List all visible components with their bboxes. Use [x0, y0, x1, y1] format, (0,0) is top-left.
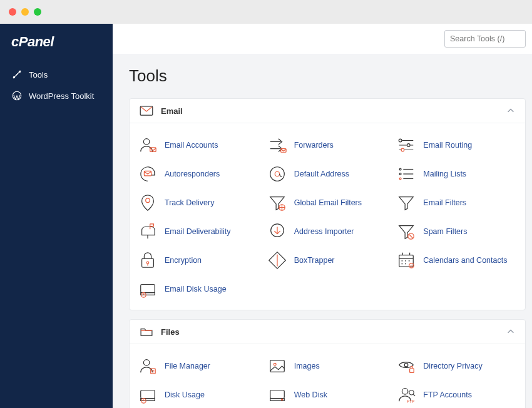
- tool-label: BoxTrapper: [294, 256, 335, 265]
- tool-email-filters[interactable]: Email Filters: [392, 188, 521, 217]
- tool-email-disk-usage[interactable]: Email Disk Usage: [133, 275, 263, 303]
- tool-label: Mailing Lists: [423, 170, 466, 178]
- tool-boxtrapper[interactable]: BoxTrapper: [263, 246, 392, 275]
- list-icon: [397, 165, 416, 183]
- tool-label: Email Filters: [423, 198, 466, 207]
- panel-files: Files: [129, 319, 526, 408]
- tool-email-deliverability[interactable]: Email Deliverability: [133, 217, 263, 246]
- at-sign-icon: [268, 165, 287, 183]
- panel-email: Email: [129, 98, 526, 310]
- tool-label: Email Deliverability: [165, 227, 231, 236]
- tool-label: Images: [294, 362, 320, 370]
- tool-directory-privacy[interactable]: Directory Privacy: [392, 352, 521, 380]
- minimize-icon[interactable]: [21, 8, 29, 16]
- svg-rect-10: [144, 171, 151, 176]
- tool-label: Email Disk Usage: [165, 285, 227, 293]
- close-icon[interactable]: [9, 8, 16, 16]
- svg-text:@: @: [410, 265, 413, 268]
- eye-lock-icon: [397, 357, 416, 375]
- lock-icon: [138, 251, 157, 270]
- tool-track-delivery[interactable]: Track Delivery: [133, 188, 263, 217]
- tool-web-disk[interactable]: Web Disk: [263, 380, 392, 408]
- sidebar-item-label: Tools: [29, 70, 48, 79]
- panel-title: Files: [161, 327, 499, 337]
- svg-rect-20: [142, 258, 154, 267]
- funnel-block-icon: [397, 222, 416, 241]
- tool-images[interactable]: Images: [263, 352, 392, 380]
- panel-header-files[interactable]: Files: [130, 320, 525, 344]
- tool-email-accounts[interactable]: Email Accounts: [133, 131, 263, 160]
- panel-body-email: Email Accounts Forwarders: [130, 123, 525, 310]
- panel-header-email[interactable]: Email: [130, 99, 525, 123]
- funnel-globe-icon: [268, 193, 287, 212]
- drive-icon: [268, 385, 287, 404]
- image-icon: [268, 357, 287, 375]
- tool-label: Global Email Filters: [294, 198, 362, 207]
- svg-point-7: [399, 139, 402, 142]
- tool-label: Directory Privacy: [423, 362, 482, 370]
- tool-mailing-lists[interactable]: Mailing Lists: [392, 160, 521, 188]
- envelope-icon: [140, 105, 153, 116]
- panel-body-files: File Manager Images: [130, 344, 525, 408]
- tool-label: Forwarders: [294, 141, 334, 150]
- sidebar-item-wordpress[interactable]: WordPress Toolkit: [0, 85, 113, 106]
- main: Tools Email: [113, 24, 532, 408]
- tool-default-address[interactable]: Default Address: [263, 160, 392, 188]
- tools-icon: [11, 69, 23, 80]
- svg-rect-26: [141, 285, 155, 293]
- calendar-icon: @: [397, 251, 416, 270]
- tool-forwarders[interactable]: Forwarders: [263, 131, 392, 160]
- svg-point-8: [407, 144, 411, 147]
- disk-icon: [138, 385, 157, 404]
- tool-disk-usage[interactable]: Disk Usage: [133, 380, 263, 408]
- svg-point-12: [275, 171, 280, 176]
- svg-point-16: [146, 198, 150, 203]
- svg-point-14: [400, 173, 402, 175]
- routing-icon: [397, 136, 416, 155]
- folder-icon: [140, 326, 153, 337]
- sidebar-item-tools[interactable]: Tools: [0, 64, 113, 85]
- tool-address-importer[interactable]: Address Importer: [263, 217, 392, 246]
- person-file-icon: [138, 357, 157, 375]
- svg-point-11: [270, 167, 284, 181]
- tool-file-manager[interactable]: File Manager: [133, 352, 263, 380]
- svg-text:FTP: FTP: [407, 399, 415, 404]
- window-titlebar: [0, 0, 532, 24]
- maximize-icon[interactable]: [34, 8, 41, 16]
- tool-spam-filters[interactable]: Spam Filters: [392, 217, 521, 246]
- svg-point-15: [400, 178, 402, 180]
- brand-logo: cPanel: [0, 24, 113, 64]
- tool-email-routing[interactable]: Email Routing: [392, 131, 521, 160]
- tool-label: Email Accounts: [165, 141, 218, 150]
- tool-label: Spam Filters: [423, 227, 467, 236]
- svg-rect-34: [141, 390, 155, 399]
- tool-label: File Manager: [165, 362, 210, 370]
- tool-global-email-filters[interactable]: Global Email Filters: [263, 188, 392, 217]
- wordpress-icon: [11, 90, 23, 101]
- tool-ftp-accounts[interactable]: FTP FTP Accounts: [392, 380, 521, 408]
- svg-point-31: [274, 363, 276, 365]
- chevron-up-icon: [506, 327, 515, 336]
- sidebar-item-label: WordPress Toolkit: [29, 91, 94, 101]
- tool-label: Email Routing: [423, 141, 472, 150]
- window: cPanel Tools WordPress Toolki: [0, 0, 532, 408]
- svg-point-38: [402, 389, 408, 394]
- app-body: cPanel Tools WordPress Toolki: [0, 24, 532, 408]
- tool-label: Address Importer: [294, 227, 354, 236]
- tool-label: FTP Accounts: [423, 390, 472, 399]
- tool-autoresponders[interactable]: Autoresponders: [133, 160, 263, 188]
- pin-icon: [138, 193, 157, 212]
- svg-rect-33: [410, 369, 414, 373]
- disk-clock-icon: [138, 280, 157, 298]
- tool-calendars-contacts[interactable]: @ Calendars and Contacts: [392, 246, 521, 275]
- panel-title: Email: [161, 106, 499, 116]
- tool-label: Disk Usage: [165, 390, 205, 399]
- svg-point-40: [409, 390, 414, 395]
- tool-label: Default Address: [294, 170, 349, 178]
- tool-encryption[interactable]: Encryption: [133, 246, 263, 275]
- search-input[interactable]: [444, 30, 526, 48]
- svg-point-4: [143, 139, 149, 145]
- svg-point-32: [405, 363, 409, 367]
- svg-point-37: [281, 399, 282, 400]
- svg-rect-36: [270, 390, 284, 399]
